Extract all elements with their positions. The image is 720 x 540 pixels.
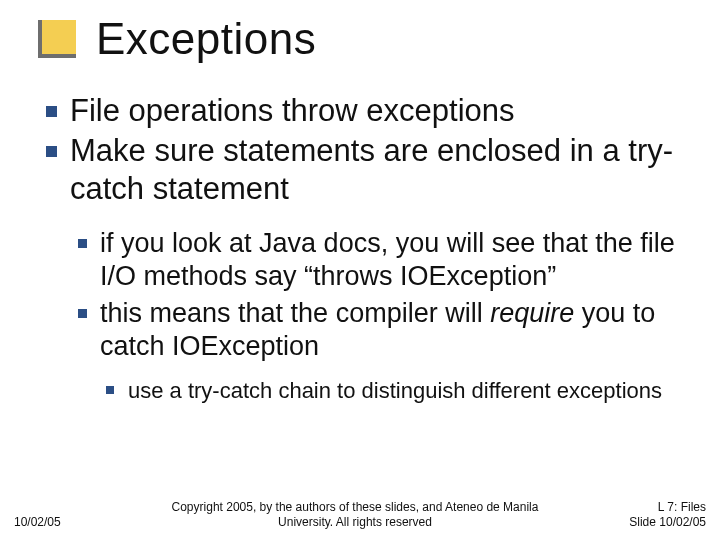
bullet-list-level2: if you look at Java docs, you will see t… bbox=[70, 227, 696, 404]
list-item: File operations throw exceptions bbox=[36, 92, 696, 130]
footer-date: 10/02/05 bbox=[0, 515, 134, 530]
slide-title: Exceptions bbox=[96, 14, 316, 64]
list-item-text: if you look at Java docs, you will see t… bbox=[100, 228, 675, 291]
list-item: use a try-catch chain to distinguish dif… bbox=[100, 377, 696, 405]
footer-topic: L 7: Files bbox=[576, 500, 706, 515]
slide-title-block: Exceptions bbox=[38, 14, 316, 64]
list-item: if you look at Java docs, you will see t… bbox=[70, 227, 696, 293]
bullet-list-level3: use a try-catch chain to distinguish dif… bbox=[100, 377, 696, 405]
list-item-text-em: require bbox=[490, 298, 574, 328]
title-accent-box bbox=[38, 20, 76, 58]
list-item: Make sure statements are enclosed in a t… bbox=[36, 132, 696, 405]
list-item-text: Make sure statements are enclosed in a t… bbox=[70, 133, 673, 206]
list-item-text: File operations throw exceptions bbox=[70, 93, 515, 128]
footer-slide-id: Slide 10/02/05 bbox=[576, 515, 706, 530]
bullet-list-level1: File operations throw exceptions Make su… bbox=[36, 92, 696, 405]
slide-body: File operations throw exceptions Make su… bbox=[36, 92, 696, 409]
footer-copyright: Copyright 2005, by the authors of these … bbox=[134, 500, 576, 530]
list-item-text-pre: this means that the compiler will bbox=[100, 298, 490, 328]
list-item: this means that the compiler will requir… bbox=[70, 297, 696, 404]
list-item-text: use a try-catch chain to distinguish dif… bbox=[128, 378, 662, 403]
slide-footer: 10/02/05 Copyright 2005, by the authors … bbox=[0, 500, 720, 530]
footer-right: L 7: Files Slide 10/02/05 bbox=[576, 500, 720, 530]
